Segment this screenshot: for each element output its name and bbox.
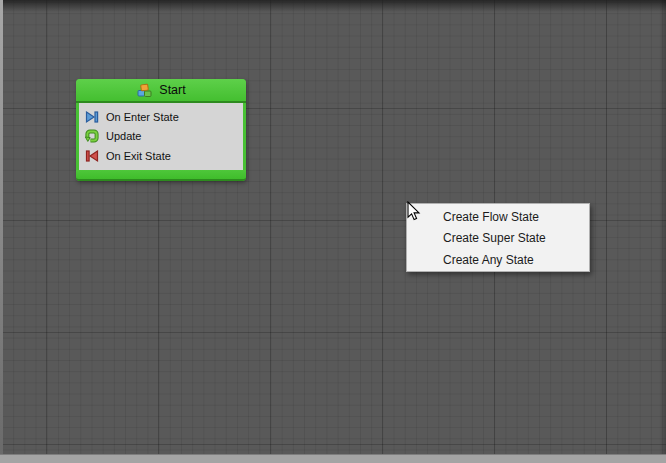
step-forward-icon [85,110,99,124]
event-row-on-enter: On Enter State [79,107,243,127]
state-node-header[interactable]: Start [76,79,246,103]
loop-arrow-icon [85,129,99,143]
step-back-icon [85,149,99,163]
state-node-body: On Enter State Update [79,103,243,170]
event-label: Update [106,130,141,142]
stacked-boxes-icon [136,83,153,98]
event-row-update: Update [79,127,243,147]
event-label: On Enter State [106,111,179,123]
context-menu: Create Flow State Create Super State Cre… [406,203,590,272]
state-node-title: Start [159,83,185,97]
event-row-on-exit: On Exit State [79,146,243,166]
state-node-footer [76,170,246,181]
graph-canvas[interactable]: Start On Enter State [0,0,666,463]
menu-item-create-any-state[interactable]: Create Any State [407,249,589,271]
top-inner-shadow [3,0,666,12]
menu-item-create-super-state[interactable]: Create Super State [407,228,589,250]
event-label: On Exit State [106,150,171,162]
right-inner-shadow [659,0,666,455]
bottom-scrollbar-track[interactable] [0,454,666,463]
state-node-start[interactable]: Start On Enter State [76,79,246,181]
left-edge-strip [0,0,3,455]
menu-item-create-flow-state[interactable]: Create Flow State [407,206,589,228]
